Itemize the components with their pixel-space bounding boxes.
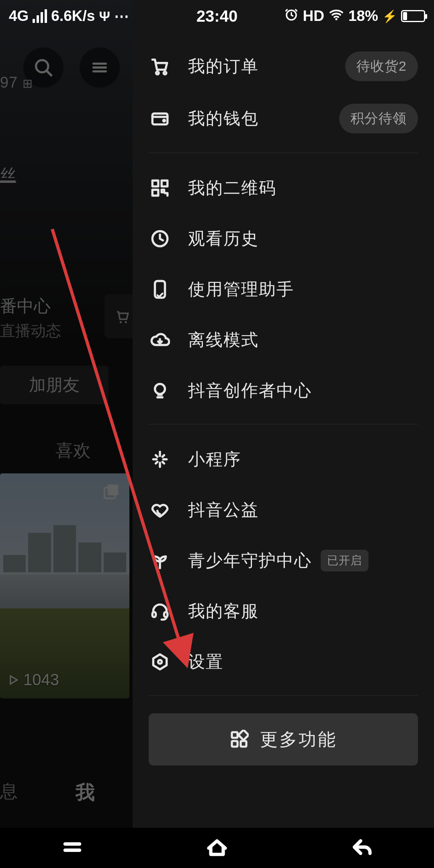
- menu-item-miniapp[interactable]: 小程序: [133, 434, 434, 485]
- svg-rect-14: [162, 180, 168, 186]
- clock-icon: [149, 227, 171, 250]
- menu-item-youth-protection[interactable]: 青少年守护中心 已开启: [133, 535, 434, 586]
- cloud-download-icon: [149, 329, 171, 351]
- menu-item-charity[interactable]: 抖音公益: [133, 485, 434, 535]
- orders-badge: 待收货2: [345, 51, 418, 81]
- network-type: 4G: [9, 8, 29, 25]
- youth-enabled-tag: 已开启: [321, 550, 368, 571]
- system-home-button[interactable]: [205, 835, 229, 861]
- menu-item-creator-center[interactable]: 抖音创作者中心: [133, 365, 434, 416]
- menu-item-assistant[interactable]: 使用管理助手: [133, 264, 434, 315]
- signal-icon: [33, 9, 47, 23]
- svg-marker-21: [153, 654, 166, 669]
- menu-item-qrcode[interactable]: 我的二维码: [133, 163, 434, 213]
- spark-icon: [149, 448, 171, 471]
- menu-label: 小程序: [188, 448, 241, 471]
- menu-item-support[interactable]: 我的客服: [133, 586, 434, 637]
- menu-label: 我的二维码: [188, 177, 276, 199]
- svg-rect-26: [238, 730, 248, 740]
- qrcode-icon: [149, 177, 171, 199]
- menu-label: 青少年守护中心: [188, 549, 312, 572]
- menu-label: 我的钱包: [188, 107, 259, 130]
- system-nav-bar: [0, 828, 434, 868]
- settings-icon: [149, 651, 171, 673]
- menu-label: 我的订单: [188, 55, 259, 78]
- svg-rect-11: [152, 114, 168, 125]
- menu-item-orders[interactable]: 我的订单 待收货2: [133, 40, 434, 92]
- heart-icon: [149, 499, 171, 521]
- phone-check-icon: [149, 278, 171, 301]
- side-drawer: 我的订单 待收货2 我的钱包 积分待领 我的二维码 观看历史 使用管理助手 离线…: [133, 0, 434, 828]
- svg-rect-15: [152, 190, 158, 196]
- bulb-icon: [149, 379, 171, 402]
- svg-rect-19: [152, 612, 156, 617]
- headset-icon: [149, 600, 171, 622]
- system-recent-button[interactable]: [60, 835, 85, 861]
- data-rate: 6.6K/s: [51, 8, 95, 25]
- alarm-icon: [284, 7, 299, 25]
- svg-rect-24: [232, 741, 237, 747]
- menu-label: 我的客服: [188, 600, 259, 622]
- hd-indicator: HD: [303, 8, 324, 25]
- wallet-badge: 积分待领: [339, 104, 418, 133]
- svg-rect-23: [232, 732, 237, 738]
- svg-point-28: [335, 18, 337, 20]
- menu-item-settings[interactable]: 设置: [133, 637, 434, 687]
- charging-icon: ⚡: [382, 9, 397, 23]
- menu-label: 抖音公益: [188, 499, 259, 521]
- battery-icon: [401, 10, 425, 22]
- svg-point-12: [163, 120, 165, 121]
- menu-divider: [149, 695, 418, 696]
- svg-rect-13: [152, 180, 158, 186]
- svg-point-22: [158, 660, 162, 663]
- more-status-icon: ⋯: [114, 8, 130, 25]
- usb-icon: Ψ: [99, 8, 110, 24]
- svg-rect-25: [241, 741, 246, 747]
- menu-item-offline[interactable]: 离线模式: [133, 315, 434, 365]
- menu-divider: [149, 153, 418, 153]
- more-features-button[interactable]: 更多功能: [149, 713, 418, 766]
- more-features-label: 更多功能: [260, 728, 337, 751]
- menu-label: 离线模式: [188, 329, 259, 351]
- cart-icon: [149, 55, 171, 78]
- battery-percent: 18%: [348, 8, 378, 25]
- status-bar: 4G 6.6K/s Ψ ⋯ 23:40 HD 18% ⚡: [0, 0, 434, 32]
- wallet-icon: [149, 107, 171, 130]
- svg-point-18: [155, 384, 165, 394]
- wifi-icon: [328, 6, 344, 26]
- menu-divider: [149, 424, 418, 424]
- menu-item-wallet[interactable]: 我的钱包 积分待领: [133, 92, 434, 145]
- menu-label: 使用管理助手: [188, 278, 294, 301]
- svg-point-9: [156, 72, 159, 74]
- clock: 23:40: [197, 7, 237, 25]
- sprout-icon: [149, 549, 171, 572]
- menu-label: 抖音创作者中心: [188, 379, 312, 402]
- grid-plus-icon: [229, 730, 249, 749]
- menu-item-history[interactable]: 观看历史: [133, 213, 434, 264]
- svg-point-10: [164, 72, 166, 74]
- menu-label: 观看历史: [188, 227, 259, 250]
- menu-label: 设置: [188, 651, 223, 673]
- system-back-button[interactable]: [349, 835, 374, 861]
